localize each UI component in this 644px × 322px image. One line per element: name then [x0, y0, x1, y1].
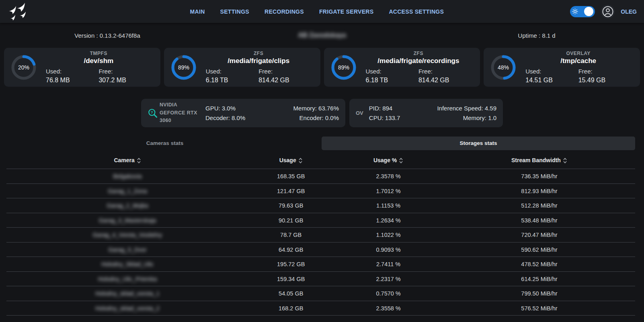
svg-text:?: ? [151, 110, 153, 114]
table-row[interactable]: Holodny_sklad_vorota_2 168.2 GB 2.3558 %… [6, 301, 635, 316]
camera-name-redacted: Garag_5_Dvor [109, 247, 147, 253]
column-header-label: Usage % [373, 157, 397, 163]
usage-cell: 79.63 GB [248, 198, 333, 213]
table-row[interactable]: Holodny_Sklad_Ulic 195.72 GB 2.7411 % 47… [6, 257, 635, 272]
detector-pid: PID: 894 [369, 105, 400, 112]
bandwidth-cell: 720.47 MiB/hr [443, 228, 635, 243]
free-value: 307.2 MB [98, 77, 151, 84]
gpu-memory: Memory: 63.76% [293, 105, 339, 112]
camera-name-redacted: Garag_1_Zona [108, 188, 147, 194]
camera-cell: Garag_1_Zona [6, 183, 248, 198]
camera-cell: Holodny_Sklad_Ulic [6, 257, 248, 272]
table-row[interactable]: Garag_5_Dvor 64.92 GB 0.9093 % 590.62 Mi… [6, 242, 635, 257]
usage-cell: 90.21 GB [248, 213, 333, 228]
fs-type-label: ZFS [363, 51, 474, 56]
usage-percent-cell: 0.9093 % [333, 242, 443, 257]
theme-toggle[interactable] [570, 6, 595, 17]
camera-name-redacted: Garag_2_Mojka [107, 202, 148, 209]
gpu-decoder: Decoder: 8.0% [205, 114, 245, 121]
mount-path: /tmp/cache [523, 57, 634, 65]
camera-name-redacted: Garag_3_Masterskaja [99, 217, 156, 224]
storages-stats-table-wrap: CameraUsageUsage %Stream Bandwidth Belga… [6, 152, 635, 316]
nav-item-main[interactable]: MAIN [190, 8, 205, 15]
column-header-usage[interactable]: Usage [248, 152, 333, 169]
usage-percent-cell: 1.1153 % [333, 198, 443, 213]
bandwidth-cell: 538.48 MiB/hr [443, 213, 635, 228]
table-row[interactable]: Garag_2_Mojka 79.63 GB 1.1153 % 512.28 M… [6, 198, 635, 213]
bandwidth-cell: 812.93 MiB/hr [443, 183, 635, 198]
fs-type-label: ZFS [203, 51, 314, 56]
tab-cameras-stats[interactable]: Cameras stats [8, 137, 322, 150]
donut-percent-label: 89% [178, 64, 189, 71]
detector-inference-speed: Inference Speed: 4.59 [437, 105, 496, 112]
gpu-inspect-icon: ? [148, 108, 160, 118]
nav-item-recordings[interactable]: RECORDINGS [265, 8, 304, 15]
usage-percent-cell: 2.7411 % [333, 257, 443, 272]
usage-donut: 20% [10, 54, 37, 81]
storage-card: 89% ZFS /media/frigate/recordings Used: … [324, 48, 480, 87]
free-label: Free: [98, 68, 151, 75]
table-row[interactable]: Garag_1_Zona 121.47 GB 1.7012 % 812.93 M… [6, 183, 635, 198]
camera-cell: Garag_2_Mojka [6, 198, 248, 213]
camera-name-redacted: Holodny_Sklad_Ulic [101, 261, 154, 267]
used-label: Used: [46, 68, 98, 75]
usage-donut: 48% [490, 54, 517, 81]
column-header-usage-[interactable]: Usage % [333, 152, 443, 169]
table-row[interactable]: Holodny_sklad_vorota_1 54.05 GB 0.7570 %… [6, 286, 635, 301]
frigate-logo-icon[interactable] [7, 3, 27, 20]
usage-percent-cell: 1.7012 % [333, 183, 443, 198]
used-value: 6.18 TB [366, 77, 418, 84]
free-label: Free: [258, 68, 311, 75]
mount-path: /media/frigate/clips [203, 57, 314, 65]
bandwidth-cell: 736.35 MiB/hr [443, 169, 635, 184]
storage-card: 48% OVERLAY /tmp/cache Used: Free: 14.51… [484, 48, 640, 87]
used-value: 14.51 GB [525, 77, 578, 84]
used-label: Used: [206, 68, 258, 75]
table-row[interactable]: Garag_4_Vorota_Vositelny 78.7 GB 1.1022 … [6, 228, 635, 243]
uptime-label: Uptime : 8.1 d [429, 32, 644, 39]
usage-cell: 195.72 GB [248, 257, 333, 272]
nav-item-frigate-servers[interactable]: FRIGATE SERVERS [319, 8, 373, 15]
storage-cards-row: 20% TMPFS /dev/shm Used: Free: 76.8 MB 3… [0, 44, 644, 87]
camera-cell: Holodny_sklad_vorota_2 [6, 301, 248, 316]
usage-percent-cell: 0.7570 % [333, 286, 443, 301]
column-header-stream-bandwidth[interactable]: Stream Bandwidth [443, 152, 635, 169]
free-value: 814.42 GB [258, 77, 311, 84]
used-label: Used: [366, 68, 418, 75]
camera-cell: Belgakovia [6, 169, 248, 184]
nav-item-access-settings[interactable]: ACCESS SETTINGS [389, 8, 444, 15]
usage-donut: 89% [170, 54, 197, 81]
column-header-camera[interactable]: Camera [6, 152, 248, 169]
username[interactable]: OLEG [621, 8, 637, 15]
hardware-row: ? NVIDIA GEFORCE RTX 3060 GPU: 3.0% Deco… [0, 99, 644, 127]
usage-cell: 121.47 GB [248, 183, 333, 198]
tab-storages-stats[interactable]: Storages stats [322, 137, 635, 150]
table-row[interactable]: Belgakovia 168.35 GB 2.3578 % 736.35 MiB… [6, 169, 635, 184]
bandwidth-cell: 576.52 MiB/hr [443, 301, 635, 316]
camera-cell: Holodny_Ulic_Priemka [6, 271, 248, 286]
mount-path: /media/frigate/recordings [363, 57, 474, 65]
gpu-name: NVIDIA GEFORCE RTX 3060 [160, 101, 200, 124]
table-row[interactable]: Garag_3_Masterskaja 90.21 GB 1.2634 % 53… [6, 213, 635, 228]
fs-type-label: TMPFS [43, 51, 154, 56]
nav-item-settings[interactable]: SETTINGS [220, 8, 249, 15]
info-bar: Version : 0.13.2-6476f8a AB Zavodskaya U… [0, 23, 644, 44]
free-label: Free: [418, 68, 471, 75]
usage-percent-cell: 2.2317 % [333, 271, 443, 286]
stats-tabs: Cameras statsStorages stats [8, 137, 635, 150]
donut-percent-label: 48% [498, 64, 509, 71]
camera-cell: Garag_5_Dvor [6, 242, 248, 257]
table-row[interactable]: Holodny_Ulic_Priemka 159.34 GB 2.2317 % … [6, 271, 635, 286]
bandwidth-cell: 799.50 MiB/hr [443, 286, 635, 301]
detector-memory: Memory: 1.0 [437, 114, 496, 121]
camera-name-redacted: Belgakovia [113, 173, 142, 179]
column-header-label: Stream Bandwidth [511, 157, 561, 163]
usage-cell: 54.05 GB [248, 286, 333, 301]
column-header-label: Usage [279, 157, 296, 163]
gpu-usage: GPU: 3.0% [205, 105, 245, 112]
usage-cell: 168.35 GB [248, 169, 333, 184]
free-value: 15.49 GB [578, 77, 631, 84]
user-avatar-icon[interactable] [601, 5, 615, 18]
usage-donut: 89% [330, 54, 357, 81]
usage-cell: 159.34 GB [248, 271, 333, 286]
